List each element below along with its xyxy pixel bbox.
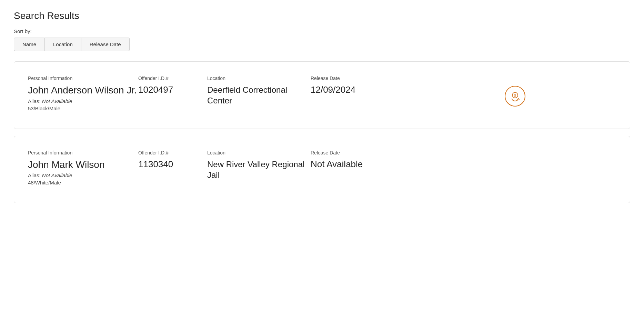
offender-id-header-2: Offender I.D.# [138,150,207,155]
sort-label: Sort by: [14,28,630,34]
payment-icon: $ [509,90,521,102]
result-card-2: Personal Information John Mark Wilson Al… [14,136,630,203]
offender-id-value-1: 1020497 [138,84,207,95]
alias-line-2: Alias: Not Available [28,172,138,178]
alias-label-2: Alias: [28,172,41,178]
offender-id-value-2: 1130340 [138,159,207,170]
location-header-1: Location [207,76,311,81]
offender-name-2: John Mark Wilson [28,159,138,171]
location-value-2: New River Valley Regional Jail [207,159,311,180]
location-col-2: Location New River Valley Regional Jail [207,150,311,180]
card-grid-1: Personal Information John Anderson Wilso… [28,76,616,111]
alias-label-1: Alias: [28,98,41,104]
personal-info-header-2: Personal Information [28,150,138,155]
card-grid-2: Personal Information John Mark Wilson Al… [28,150,616,186]
sort-by-name-button[interactable]: Name [14,38,45,51]
personal-info-col-2: Personal Information John Mark Wilson Al… [28,150,138,186]
offender-name-1: John Anderson Wilson Jr. [28,84,138,96]
pay-icon-col-2 [414,150,616,160]
location-value-1: Deerfield Correctional Center [207,84,311,106]
pay-icon-button-1[interactable]: $ [505,86,525,107]
demographics-1: 53/Black/Male [28,105,138,111]
alias-value-1: Not Available [42,98,72,104]
release-date-value-2: Not Available [311,159,414,170]
sort-buttons-group: Name Location Release Date [14,38,630,51]
release-date-col-1: Release Date 12/09/2024 [311,76,414,95]
sort-by-location-button[interactable]: Location [45,38,81,51]
svg-text:$: $ [514,93,516,98]
alias-value-2: Not Available [42,172,72,178]
demographics-2: 48/White/Male [28,180,138,185]
location-col-1: Location Deerfield Correctional Center [207,76,311,106]
result-card-1: Personal Information John Anderson Wilso… [14,61,630,129]
release-date-header-2: Release Date [311,150,414,155]
page-title: Search Results [14,10,630,21]
release-date-col-2: Release Date Not Available [311,150,414,170]
sort-by-release-date-button[interactable]: Release Date [81,38,130,51]
offender-id-col-1: Offender I.D.# 1020497 [138,76,207,95]
alias-line-1: Alias: Not Available [28,98,138,104]
offender-id-col-2: Offender I.D.# 1130340 [138,150,207,170]
pay-icon-col-1: $ [414,76,616,107]
personal-info-header-1: Personal Information [28,76,138,81]
offender-id-header-1: Offender I.D.# [138,76,207,81]
location-header-2: Location [207,150,311,155]
personal-info-col-1: Personal Information John Anderson Wilso… [28,76,138,111]
release-date-header-1: Release Date [311,76,414,81]
release-date-value-1: 12/09/2024 [311,84,414,95]
